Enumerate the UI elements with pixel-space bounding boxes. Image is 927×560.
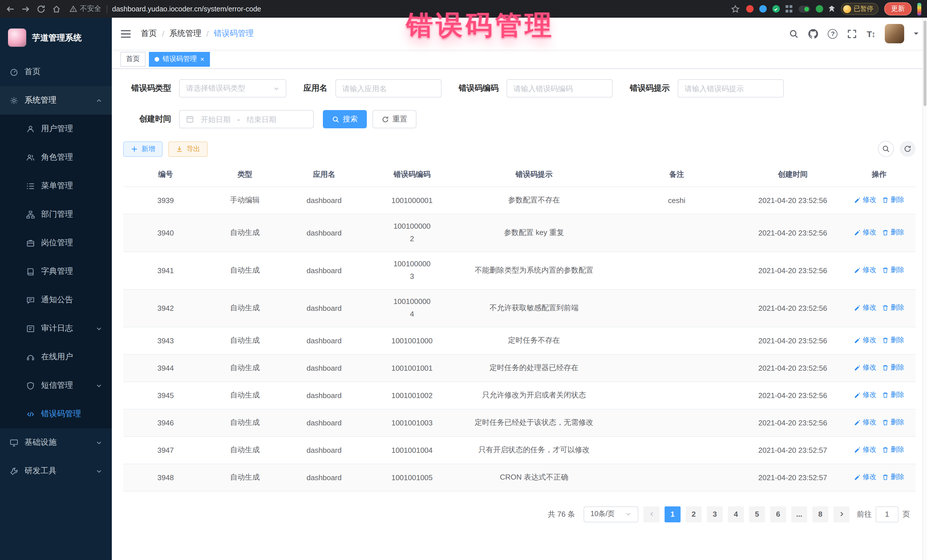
bookmark-star-icon[interactable] <box>731 4 740 14</box>
close-icon[interactable]: × <box>200 56 204 62</box>
sidebar-item-online-users[interactable]: 在线用户 <box>0 343 112 371</box>
extension-icon-red[interactable] <box>746 5 753 12</box>
sidebar-item-users[interactable]: 用户管理 <box>0 115 112 143</box>
extension-icon-grid[interactable] <box>785 5 793 12</box>
search-button[interactable]: 搜索 <box>323 110 367 128</box>
cell-actions: 修改删除 <box>843 327 916 354</box>
hamburger-icon[interactable] <box>120 28 131 39</box>
extension-icon-switch[interactable] <box>798 5 810 12</box>
page-button-8[interactable]: 8 <box>812 506 828 522</box>
reload-icon[interactable] <box>36 4 46 14</box>
security-indicator[interactable]: 不安全 <box>70 4 101 14</box>
edit-action[interactable]: 修改 <box>854 266 876 275</box>
sidebar-item-sms[interactable]: 短信管理 <box>0 371 112 400</box>
app-logo[interactable]: 芋道管理系统 <box>0 18 112 58</box>
paused-badge[interactable]: 已暂停 <box>840 3 878 15</box>
sidebar-item-system[interactable]: 系统管理 <box>0 86 112 115</box>
sidebar-item-home[interactable]: 首页 <box>0 58 112 86</box>
font-size-icon[interactable]: T↕ <box>867 29 875 38</box>
home-icon[interactable] <box>52 4 61 14</box>
tab-home[interactable]: 首页 <box>120 52 146 67</box>
end-date-input[interactable] <box>244 115 279 123</box>
avatar[interactable] <box>885 24 904 43</box>
page-button-3[interactable]: 3 <box>707 506 723 522</box>
page-size-select[interactable]: 10条/页 <box>584 506 638 522</box>
prev-page-button[interactable] <box>643 506 660 522</box>
delete-action[interactable]: 删除 <box>882 472 904 482</box>
sidebar-item-dict[interactable]: 字典管理 <box>0 257 112 286</box>
sidebar-item-departments[interactable]: 部门管理 <box>0 200 112 229</box>
edit-action[interactable]: 修改 <box>854 195 876 205</box>
sidebar-item-posts[interactable]: 岗位管理 <box>0 229 112 257</box>
cell-actions: 修改删除 <box>843 187 916 214</box>
tab-label: 首页 <box>126 54 140 64</box>
toggle-search-button[interactable] <box>878 141 894 157</box>
github-icon[interactable] <box>808 29 818 38</box>
delete-action[interactable]: 删除 <box>882 445 904 455</box>
page-button-4[interactable]: 4 <box>728 506 744 522</box>
sidebar-item-infra[interactable]: 基础设施 <box>0 428 112 457</box>
cell-remark <box>610 409 743 436</box>
delete-action[interactable]: 删除 <box>882 335 904 345</box>
sidebar-item-menus[interactable]: 菜单管理 <box>0 171 112 200</box>
extension-icon-leaf[interactable] <box>816 5 823 12</box>
browser-update-button[interactable]: 更新 <box>884 2 912 15</box>
delete-action[interactable]: 删除 <box>882 266 904 275</box>
sidebar-item-notice[interactable]: 通知公告 <box>0 286 112 314</box>
address-bar[interactable]: 不安全 dashboard.yudao.iocoder.cn/system/er… <box>70 4 724 14</box>
refresh-table-button[interactable] <box>900 141 916 157</box>
goto-page-input[interactable] <box>876 506 898 522</box>
sidebar-item-devtools[interactable]: 研发工具 <box>0 457 112 485</box>
add-button[interactable]: 新增 <box>123 141 163 156</box>
delete-action[interactable]: 删除 <box>882 303 904 313</box>
edit-action[interactable]: 修改 <box>854 445 876 455</box>
tab-error-code[interactable]: 错误码管理 × <box>149 52 210 67</box>
scrollbar-thumb[interactable] <box>924 21 926 106</box>
page-button-5[interactable]: 5 <box>749 506 765 522</box>
delete-action[interactable]: 删除 <box>882 390 904 400</box>
sidebar-item-audit-log[interactable]: 审计日志 <box>0 314 112 343</box>
extensions-pin-icon[interactable] <box>828 6 835 12</box>
forward-icon[interactable] <box>21 4 30 14</box>
search-icon[interactable] <box>789 29 799 38</box>
delete-action[interactable]: 删除 <box>882 418 904 427</box>
breadcrumb-system[interactable]: 系统管理 <box>169 29 201 39</box>
error-code-input[interactable] <box>514 84 606 93</box>
back-icon[interactable] <box>6 4 15 14</box>
page-scrollbar[interactable] <box>922 18 927 560</box>
edit-action[interactable]: 修改 <box>854 363 876 373</box>
extension-icon-green-check[interactable] <box>772 5 780 12</box>
edit-action[interactable]: 修改 <box>854 303 876 313</box>
start-date-input[interactable] <box>198 115 233 123</box>
url-text[interactable]: dashboard.yudao.iocoder.cn/system/error-… <box>112 5 261 13</box>
edit-action[interactable]: 修改 <box>854 335 876 345</box>
page-button-6[interactable]: 6 <box>770 506 786 522</box>
error-type-select[interactable]: 请选择错误码类型 <box>179 79 286 97</box>
delete-action[interactable]: 删除 <box>882 228 904 238</box>
error-hint-input[interactable] <box>685 84 777 93</box>
cell-remark <box>610 327 743 354</box>
edit-action[interactable]: 修改 <box>854 228 876 238</box>
extension-icon-blue[interactable] <box>759 5 766 12</box>
edit-action[interactable]: 修改 <box>854 390 876 400</box>
delete-action[interactable]: 删除 <box>882 363 904 373</box>
edit-action[interactable]: 修改 <box>854 418 876 427</box>
chevron-down-icon[interactable] <box>914 32 918 37</box>
sidebar-item-error-code[interactable]: 错误码管理 <box>0 400 112 428</box>
export-button[interactable]: 导出 <box>168 141 208 156</box>
app-name-input[interactable] <box>342 84 435 93</box>
page-button-1[interactable]: 1 <box>664 506 681 522</box>
page-button-2[interactable]: 2 <box>686 506 702 522</box>
edit-action[interactable]: 修改 <box>854 472 876 482</box>
export-button-label: 导出 <box>187 144 200 154</box>
fullscreen-icon[interactable] <box>847 29 857 38</box>
filter-row-2: 创建时间 - 搜索 重置 <box>123 110 916 128</box>
help-icon[interactable]: ? <box>828 29 838 38</box>
reset-button[interactable]: 重置 <box>372 110 416 128</box>
delete-action[interactable]: 删除 <box>882 195 904 205</box>
more-pages-button[interactable]: ... <box>791 506 807 522</box>
sidebar-item-roles[interactable]: 角色管理 <box>0 143 112 171</box>
breadcrumb-home[interactable]: 首页 <box>141 29 157 39</box>
date-range-picker[interactable]: - <box>179 110 314 128</box>
next-page-button[interactable] <box>833 506 849 522</box>
